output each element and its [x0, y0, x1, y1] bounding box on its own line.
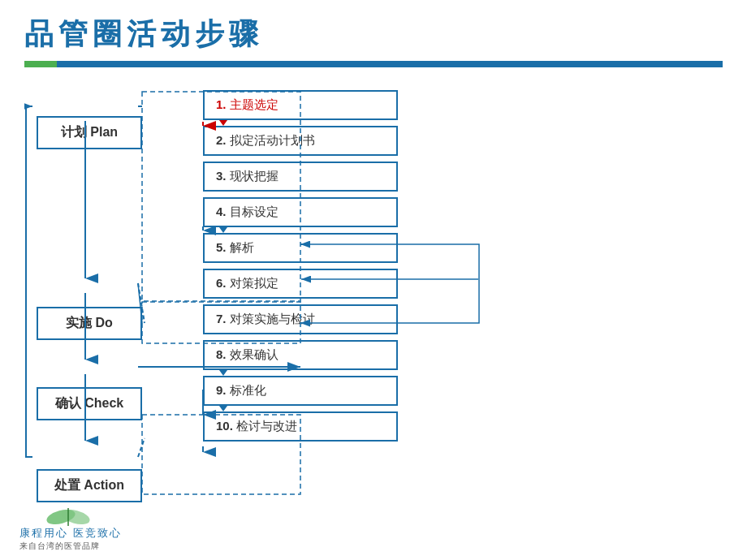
arrow-8-9 [219, 370, 227, 376]
step-7-text: 对策实施与检讨 [230, 312, 315, 325]
svg-point-28 [60, 508, 91, 526]
pdca-do-box: 实施 Do [37, 307, 142, 340]
step-3-num: 3. [216, 169, 227, 183]
step-box-2: 2. 拟定活动计划书 [203, 126, 398, 156]
step-6-text: 对策拟定 [230, 276, 279, 290]
steps-column: 1. 主题选定 2. 拟定活动计划书 3. 现状把握 [154, 90, 723, 545]
step-box-9: 9. 标准化 [203, 376, 398, 406]
footer: 康程用心 医竞致心 来自台湾的医管品牌 [16, 508, 122, 552]
pdca-action-label-en: Action [84, 478, 124, 492]
step-5-num: 5. [216, 240, 227, 254]
step-1-num: 1. [216, 97, 227, 111]
pdca-check-label-cn: 确认 [55, 396, 81, 410]
header: 品管圈活动步骤 [0, 0, 747, 74]
step-box-7: 7. 对策实施与检讨 [203, 304, 398, 334]
step-8-text: 效果确认 [230, 347, 279, 361]
step-row-7: 7. 对策实施与检讨 [203, 304, 723, 334]
arrow-4-5 [219, 227, 227, 233]
footer-slogan: 康程用心 医竞致心 [19, 526, 122, 541]
pdca-do: 实施 Do [37, 307, 142, 340]
step-2-num: 2. [216, 133, 227, 147]
step-row-6: 6. 对策拟定 [203, 269, 723, 299]
step-10-num: 10. [216, 419, 233, 433]
pdca-column: 计划 Plan 实施 Do 确认 Check 处置 Action [24, 90, 154, 545]
step-row-3: 3. 现状把握 [203, 162, 723, 192]
arrow-1-2 [219, 120, 227, 126]
pdca-check-box: 确认 Check [37, 387, 142, 420]
pdca-plan-label-en: Plan [90, 125, 118, 139]
pdca-plan-box: 计划 Plan [37, 116, 142, 149]
step-row-10: 10. 检讨与改进 [203, 411, 723, 442]
pdca-check-label-en: Check [84, 396, 123, 410]
arrow-9-10 [219, 406, 227, 411]
step-5-text: 解析 [230, 240, 254, 254]
pdca-action: 处置 Action [37, 469, 142, 502]
step-9-num: 9. [216, 383, 227, 397]
step-box-1: 1. 主题选定 [203, 90, 398, 120]
pdca-action-box: 处置 Action [37, 469, 142, 502]
pdca-do-label-en: Do [96, 316, 113, 330]
footer-logo: 康程用心 医竞致心 来自台湾的医管品牌 [16, 508, 122, 552]
main-diagram: 计划 Plan 实施 Do 确认 Check 处置 Action [0, 74, 747, 553]
bar-green [24, 61, 57, 67]
step-2-text: 拟定活动计划书 [230, 133, 315, 147]
step-8-num: 8. [216, 347, 227, 361]
step-4-num: 4. [216, 205, 227, 218]
pdca-plan-label-cn: 计划 [61, 125, 87, 139]
step-6-num: 6. [216, 276, 227, 290]
step-3-text: 现状把握 [230, 169, 279, 183]
step-box-4: 4. 目标设定 [203, 197, 398, 227]
footer-brand: 来自台湾的医管品牌 [19, 541, 100, 552]
page-title: 品管圈活动步骤 [24, 15, 723, 54]
pdca-check: 确认 Check [37, 387, 142, 420]
step-row-4: 4. 目标设定 [203, 197, 723, 227]
step-7-num: 7. [216, 312, 227, 325]
step-box-8: 8. 效果确认 [203, 340, 398, 370]
pdca-plan: 计划 Plan [37, 116, 142, 149]
header-bar [24, 61, 723, 67]
step-9-text: 标准化 [230, 383, 266, 397]
step-1-text: 主题选定 [230, 97, 279, 111]
step-box-3: 3. 现状把握 [203, 162, 398, 192]
step-row-9: 9. 标准化 [203, 376, 723, 406]
step-box-6: 6. 对策拟定 [203, 269, 398, 299]
step-box-10: 10. 检讨与改进 [203, 411, 398, 442]
step-4-text: 目标设定 [230, 205, 279, 218]
step-box-5: 5. 解析 [203, 233, 398, 263]
bar-blue [57, 61, 723, 67]
step-row-8: 8. 效果确认 [203, 340, 723, 370]
step-row-1: 1. 主题选定 [203, 90, 723, 120]
step-10-text: 检讨与改进 [236, 419, 297, 433]
pdca-action-label-cn: 处置 [54, 478, 80, 492]
pdca-do-label-cn: 实施 [66, 316, 92, 330]
step-row-2: 2. 拟定活动计划书 [203, 126, 723, 156]
footer-leaf-icon [46, 508, 91, 526]
step-row-5: 5. 解析 [203, 233, 723, 263]
